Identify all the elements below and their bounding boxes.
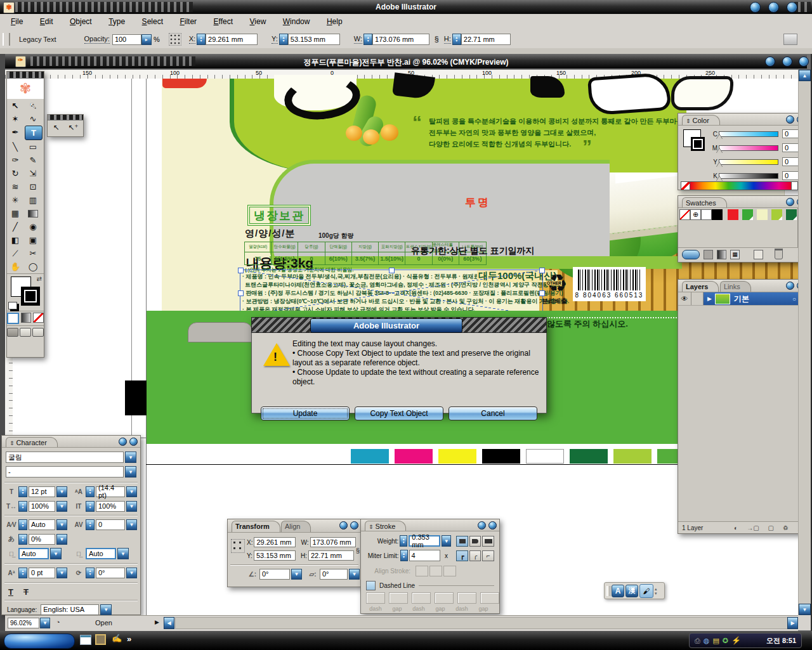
horizontal-scrollbar-track[interactable] bbox=[175, 617, 792, 629]
swatch-kind-color-button[interactable] bbox=[704, 250, 713, 259]
weight-spinner[interactable]: ▲▼ bbox=[400, 535, 407, 547]
menu-help[interactable]: Help bbox=[320, 14, 350, 29]
panel-collapse-button[interactable] bbox=[339, 521, 348, 530]
tray-windows-icon[interactable]: ▤ bbox=[712, 637, 719, 645]
quicklaunch-illustrator-icon[interactable] bbox=[95, 634, 106, 645]
panel-collapse-button[interactable] bbox=[786, 115, 794, 124]
font-size-spinner[interactable]: ▲▼ bbox=[18, 486, 27, 497]
black-value-input[interactable]: 0 bbox=[782, 171, 800, 180]
swatch-registration[interactable]: ⊕ bbox=[690, 209, 701, 220]
toolbox-grip[interactable] bbox=[7, 72, 44, 79]
menu-view[interactable]: View bbox=[243, 14, 273, 29]
magenta-value-input[interactable]: 0 bbox=[782, 143, 800, 152]
vertical-scale-spinner[interactable]: ▲▼ bbox=[86, 501, 95, 512]
ime-options-arrows[interactable]: ▴▾ bbox=[655, 587, 657, 595]
expiry-text[interactable]: 유통기한:상단 별도 표기일까지 bbox=[411, 245, 534, 257]
reference-point-icon[interactable] bbox=[169, 33, 181, 46]
swatches-panel-tab[interactable]: Swatches bbox=[682, 197, 727, 207]
delete-swatch-button[interactable] bbox=[775, 250, 783, 259]
rotate-angle-input[interactable]: 0° bbox=[259, 569, 290, 580]
selection-tool[interactable]: ↖ bbox=[7, 99, 23, 112]
y-spinner[interactable]: ▲▼ bbox=[279, 34, 288, 45]
color-bar-swatch[interactable] bbox=[482, 449, 520, 464]
tray-printer-icon[interactable]: ⎙ bbox=[695, 637, 700, 645]
swatch-none[interactable] bbox=[679, 209, 690, 220]
miter-limit-spinner[interactable]: ▲▼ bbox=[400, 550, 408, 561]
align-stroke-inside-button[interactable] bbox=[429, 566, 442, 576]
tray-power-icon[interactable]: ⚡ bbox=[731, 636, 741, 645]
leading-spinner[interactable]: ▲▼ bbox=[86, 486, 95, 497]
transform-y-input[interactable]: 53.153 mm bbox=[254, 550, 296, 561]
align-stroke-outside-button[interactable] bbox=[443, 566, 456, 576]
opacity-input[interactable]: 100 bbox=[112, 34, 141, 45]
cyan-slider[interactable] bbox=[719, 131, 778, 137]
kerning-dropdown[interactable]: ▼ bbox=[56, 519, 67, 530]
zoom-level-input[interactable]: 96.02% bbox=[8, 618, 39, 628]
zoom-dropdown[interactable]: ▼ bbox=[40, 618, 50, 628]
magic-wand-tool[interactable]: ✶ bbox=[7, 112, 23, 126]
reference-point-widget[interactable] bbox=[231, 539, 245, 553]
direct-select-anchor-tool[interactable]: ↖ bbox=[48, 120, 65, 134]
rectangle-tool[interactable]: ▭ bbox=[25, 140, 41, 153]
close-button[interactable] bbox=[787, 2, 797, 13]
quicklaunch-launcher-icon[interactable]: ✍ bbox=[112, 634, 122, 643]
tracking-spinner[interactable]: ▲▼ bbox=[86, 519, 95, 530]
kerning-input[interactable]: Auto bbox=[29, 519, 55, 530]
direct-selection-tool[interactable]: ↖ bbox=[25, 99, 41, 112]
font-style-input[interactable]: - bbox=[6, 466, 124, 478]
constrain-link-icon[interactable]: § bbox=[435, 35, 439, 44]
tearoff-grip[interactable] bbox=[48, 115, 83, 120]
layers-tab[interactable]: Layers bbox=[682, 281, 719, 292]
ime-tools-button[interactable]: 🖌 bbox=[639, 584, 653, 598]
panel-collapse-button[interactable] bbox=[119, 438, 127, 446]
butt-cap-button[interactable] bbox=[456, 536, 468, 547]
leading-input[interactable]: (14.4 pt) bbox=[96, 486, 125, 497]
color-mode-button[interactable] bbox=[7, 313, 19, 324]
strikethrough-button[interactable]: T bbox=[23, 587, 29, 597]
ime-latin-button[interactable]: A bbox=[612, 585, 624, 597]
gap-field[interactable] bbox=[389, 592, 408, 604]
miter-join-button[interactable]: ┏ bbox=[456, 550, 468, 561]
stroke-panel-tab[interactable]: ⇕Stroke bbox=[365, 521, 406, 531]
new-sublayer-button[interactable]: →▢ bbox=[747, 524, 759, 531]
screen-mode-full-menus-button[interactable] bbox=[20, 328, 31, 337]
menu-edit[interactable]: Edit bbox=[33, 14, 60, 29]
x-input[interactable]: 29.261 mm bbox=[206, 34, 258, 45]
character-rotation-input[interactable]: 0° bbox=[96, 568, 125, 578]
stroke-swatch[interactable] bbox=[21, 287, 40, 306]
vertical-scrollbar[interactable]: ▲ ▼ bbox=[798, 70, 811, 615]
tsume-left-dropdown[interactable]: ▼ bbox=[50, 548, 62, 559]
baseline-shift-spinner[interactable]: ▲▼ bbox=[18, 568, 27, 578]
doc-close-button[interactable] bbox=[799, 56, 809, 67]
quicklaunch-more-chevron[interactable]: » bbox=[127, 634, 131, 644]
miter-limit-input[interactable]: 4 bbox=[409, 550, 441, 561]
scale-tool[interactable]: ⇲ bbox=[25, 167, 41, 180]
black-slider-thumb[interactable] bbox=[716, 176, 723, 181]
baseline-shift-dropdown[interactable]: ▼ bbox=[56, 568, 67, 578]
language-dropdown[interactable]: ▼ bbox=[100, 604, 112, 615]
screen-mode-normal-button[interactable] bbox=[7, 328, 18, 337]
yellow-value-input[interactable]: 0 bbox=[782, 157, 800, 166]
x-spinner[interactable]: ▲▼ bbox=[197, 34, 206, 45]
h-spinner[interactable]: ▲▼ bbox=[452, 34, 461, 45]
free-transform-tool[interactable]: ⊡ bbox=[25, 180, 41, 193]
layer-name[interactable]: 기본 bbox=[734, 294, 749, 304]
menu-file[interactable]: File bbox=[4, 14, 30, 29]
vscroll-up-arrow[interactable]: ▲ bbox=[799, 70, 811, 81]
opacity-label[interactable]: Opacity: bbox=[84, 35, 110, 44]
color-bar-swatch[interactable] bbox=[570, 449, 608, 464]
hscroll-left-arrow[interactable]: ◀ bbox=[164, 617, 174, 629]
magenta-slider[interactable] bbox=[719, 145, 778, 151]
control-bar-grip[interactable] bbox=[3, 33, 10, 46]
transform-w-input[interactable]: 173.076 mm bbox=[310, 537, 356, 547]
baseline-shift-input[interactable]: 0 pt bbox=[29, 568, 55, 578]
yellow-slider[interactable] bbox=[719, 159, 778, 165]
projecting-cap-button[interactable] bbox=[482, 536, 494, 547]
gap-field[interactable] bbox=[435, 592, 454, 604]
tracking-dropdown[interactable]: ▼ bbox=[126, 519, 137, 530]
menu-type[interactable]: Type bbox=[102, 14, 132, 29]
swatch-pale-yellow[interactable] bbox=[757, 209, 768, 220]
graph-tool[interactable]: ▥ bbox=[25, 193, 41, 207]
panel-collapse-icon[interactable]: ⇕ bbox=[10, 440, 15, 446]
doc-maximize-button[interactable] bbox=[782, 56, 792, 67]
